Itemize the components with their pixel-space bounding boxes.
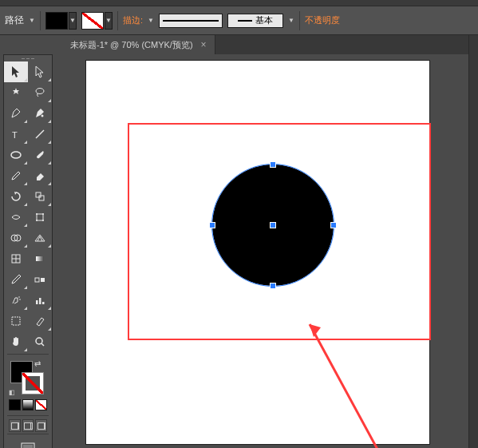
separator — [7, 415, 49, 416]
svg-point-9 — [42, 213, 44, 215]
stroke-style-select[interactable]: 基本 — [227, 14, 283, 28]
svg-point-10 — [36, 220, 38, 221]
stroke-style-label: 基本 — [255, 14, 273, 26]
svg-rect-17 — [36, 256, 44, 261]
stroke-weight-display[interactable] — [159, 14, 223, 28]
stroke-square-icon[interactable] — [22, 372, 44, 394]
selection-handle-right[interactable] — [331, 223, 336, 228]
line-tool[interactable] — [28, 124, 52, 145]
default-fill-stroke-icon[interactable]: ◧ — [9, 389, 15, 396]
draw-behind-mode[interactable] — [22, 419, 34, 432]
chevron-down-icon[interactable]: ▼ — [29, 17, 35, 24]
eraser-tool[interactable] — [28, 165, 52, 186]
svg-rect-18 — [35, 278, 39, 282]
free-transform-tool[interactable] — [28, 207, 52, 228]
selection-handle-left[interactable] — [210, 223, 215, 228]
svg-point-11 — [42, 220, 44, 221]
document-tab[interactable]: 未标题-1* @ 70% (CMYK/预览) × — [62, 35, 215, 54]
svg-point-8 — [36, 213, 38, 215]
svg-line-3 — [36, 130, 44, 138]
draw-mode-row — [4, 419, 52, 432]
svg-rect-29 — [23, 445, 33, 448]
svg-rect-22 — [36, 300, 38, 304]
paintbrush-tool[interactable] — [28, 145, 52, 165]
stroke-preview-icon — [163, 20, 219, 22]
selection-handle-bottom[interactable] — [271, 283, 275, 288]
svg-point-1 — [41, 115, 44, 117]
solid-color-mode[interactable] — [9, 399, 21, 410]
tools-panel: T ⇄ ◧ — [3, 54, 53, 448]
document-tab-title: 未标题-1* @ 70% (CMYK/预览) — [70, 39, 193, 51]
svg-rect-7 — [37, 214, 43, 220]
close-icon[interactable]: × — [201, 40, 207, 50]
svg-point-20 — [18, 296, 20, 298]
tool-grid: T — [4, 61, 52, 352]
artboard[interactable] — [86, 61, 429, 444]
lasso-tool[interactable] — [28, 82, 52, 103]
symbol-sprayer-tool[interactable] — [4, 290, 28, 311]
magic-wand-tool[interactable] — [4, 82, 28, 103]
shape-mode-label[interactable]: 路径 — [5, 14, 24, 27]
eyedropper-tool[interactable] — [4, 269, 28, 290]
selection-handle-top[interactable] — [271, 162, 275, 167]
direct-selection-tool[interactable] — [28, 61, 52, 82]
pen-tool[interactable] — [4, 103, 28, 124]
draw-inside-mode[interactable] — [35, 419, 47, 432]
panel-grip[interactable] — [4, 55, 52, 61]
svg-rect-5 — [36, 192, 41, 197]
draw-normal-mode[interactable] — [9, 419, 21, 432]
scale-tool[interactable] — [28, 186, 52, 207]
stroke-color-none-icon — [81, 12, 104, 30]
svg-point-4 — [11, 152, 21, 158]
chevron-down-icon[interactable]: ▼ — [105, 12, 113, 30]
separator — [117, 11, 118, 30]
opacity-label: 不透明度 — [305, 14, 340, 26]
selected-ellipse-shape[interactable] — [212, 165, 334, 286]
column-graph-tool[interactable] — [28, 290, 52, 311]
canvas-area[interactable] — [62, 54, 478, 448]
slice-tool[interactable] — [28, 311, 52, 331]
selection-tool[interactable] — [4, 61, 28, 82]
blend-tool[interactable] — [28, 269, 52, 290]
fill-stroke-control[interactable]: ⇄ ◧ — [9, 359, 47, 396]
shape-builder-tool[interactable] — [4, 228, 28, 248]
svg-rect-25 — [12, 317, 20, 325]
svg-rect-6 — [39, 196, 44, 200]
svg-point-21 — [19, 299, 21, 300]
svg-line-27 — [41, 343, 44, 346]
separator — [299, 11, 300, 30]
svg-point-26 — [36, 338, 42, 344]
mesh-tool[interactable] — [4, 248, 28, 269]
zoom-tool[interactable] — [28, 331, 52, 352]
none-mode[interactable] — [35, 399, 47, 410]
svg-rect-24 — [42, 302, 45, 304]
color-mode-row — [4, 399, 52, 410]
fill-swatch[interactable]: ▼ — [45, 12, 77, 30]
type-tool[interactable]: T — [4, 124, 28, 145]
curvature-tool[interactable] — [28, 103, 52, 124]
svg-text:T: T — [12, 130, 18, 140]
gradient-mode[interactable] — [22, 399, 34, 410]
right-panel-edge[interactable] — [468, 35, 478, 448]
gradient-tool[interactable] — [28, 248, 52, 269]
pencil-tool[interactable] — [4, 165, 28, 186]
hand-tool[interactable] — [4, 331, 28, 352]
stroke-swatch[interactable]: ▼ — [81, 12, 113, 30]
stroke-label: 描边: — [123, 14, 143, 26]
swap-icon[interactable]: ⇄ — [34, 359, 41, 368]
svg-point-0 — [36, 89, 44, 94]
width-tool[interactable] — [4, 207, 28, 228]
perspective-grid-tool[interactable] — [28, 228, 52, 248]
screen-mode-tool[interactable] — [4, 438, 52, 448]
svg-rect-19 — [41, 278, 45, 282]
chevron-down-icon[interactable]: ▼ — [148, 17, 154, 24]
selection-center-point[interactable] — [271, 223, 275, 228]
chevron-down-icon[interactable]: ▼ — [288, 17, 294, 24]
rotate-tool[interactable] — [4, 186, 28, 207]
chevron-down-icon[interactable]: ▼ — [69, 12, 77, 30]
document-tab-bar: 未标题-1* @ 70% (CMYK/预览) × — [62, 35, 478, 54]
app-top-strip — [0, 0, 478, 6]
separator — [7, 434, 49, 434]
artboard-tool[interactable] — [4, 311, 28, 331]
ellipse-tool[interactable] — [4, 145, 28, 165]
